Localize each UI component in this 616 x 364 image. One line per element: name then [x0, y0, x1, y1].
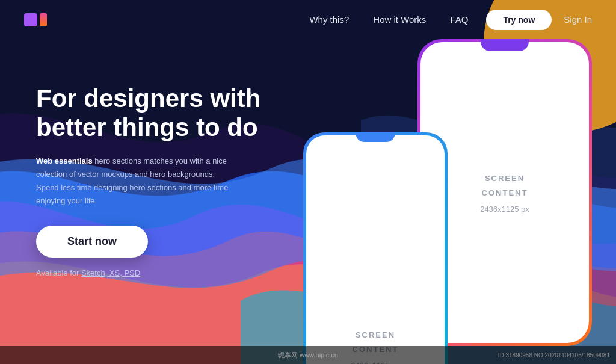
logo-rect [40, 13, 47, 26]
navbar: Why this? How it Works FAQ Try now Sign … [0, 0, 616, 39]
try-now-button[interactable]: Try now [486, 10, 552, 30]
nav-link-how[interactable]: How it Works [373, 14, 426, 25]
hero-title-line2: better things to do [36, 113, 258, 141]
available-text: Available for Sketch, XS, PSD [36, 268, 260, 277]
sign-in-link[interactable]: Sign In [564, 14, 592, 25]
hero-title-line1: For designers with [36, 84, 260, 113]
nav-item-faq[interactable]: FAQ [450, 14, 468, 25]
phone-small-notch [356, 132, 395, 142]
watermark-id: ID:31890958 NO:20201104105/18509081 [498, 352, 610, 359]
available-prefix: Available for [36, 268, 81, 277]
phone-large-screen: SCREEN CONTENT 2436x1125 px [480, 171, 529, 214]
watermark-text: 昵享网 www.nipic.cn [278, 351, 338, 360]
nav-links: Why this? How it Works FAQ [309, 14, 468, 25]
phone-small-wrap: SCREEN CONTENT 2436x1125 px [303, 132, 448, 364]
phone-large-label: SCREEN CONTENT [480, 171, 529, 200]
nav-link-faq[interactable]: FAQ [450, 14, 468, 25]
phone-small-inner: SCREEN CONTENT 2436x1125 px [306, 135, 445, 364]
hero-content: For designers with better things to do W… [36, 84, 260, 277]
nav-item-how[interactable]: How it Works [373, 14, 426, 25]
hero-description: Web essentials hero sections matches you… [36, 155, 229, 208]
start-now-button[interactable]: Start now [36, 226, 148, 258]
hero-title: For designers with better things to do [36, 84, 260, 143]
hero-desc-bold: Web essentials [36, 156, 93, 165]
phone-large-notch [481, 39, 529, 51]
nav-link-why[interactable]: Why this? [309, 14, 349, 25]
logo-square [24, 13, 37, 26]
watermark-bar: 昵享网 www.nipic.cn ID:31890958 NO:20201104… [0, 346, 616, 364]
available-tools: Sketch, XS, PSD [81, 268, 140, 277]
nav-item-why[interactable]: Why this? [309, 14, 349, 25]
logo[interactable] [24, 13, 47, 26]
phone-large-size: 2436x1125 px [480, 205, 529, 214]
